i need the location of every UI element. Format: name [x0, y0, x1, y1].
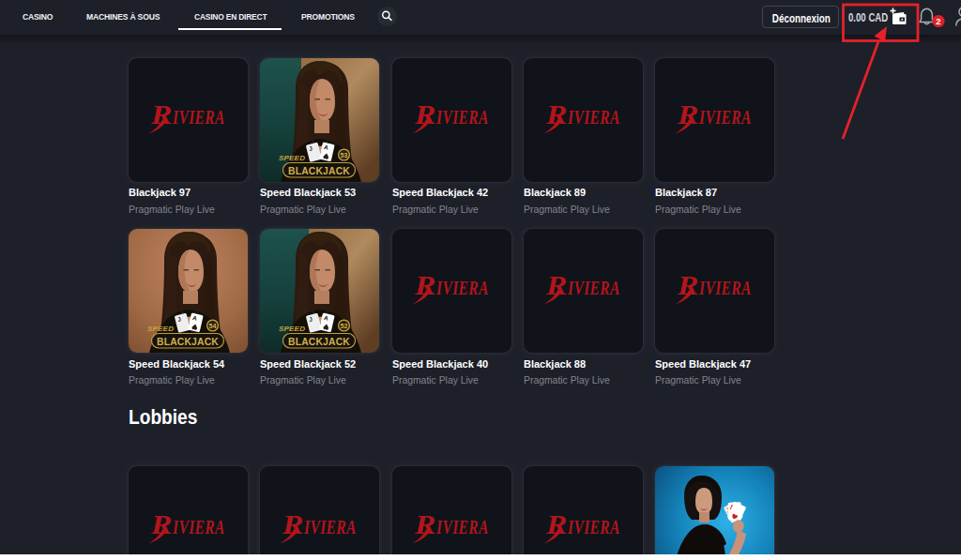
svg-text:2: 2: [936, 16, 940, 26]
svg-text:52: 52: [341, 323, 348, 329]
svg-text:53: 53: [341, 152, 348, 159]
svg-text:54: 54: [209, 323, 217, 329]
